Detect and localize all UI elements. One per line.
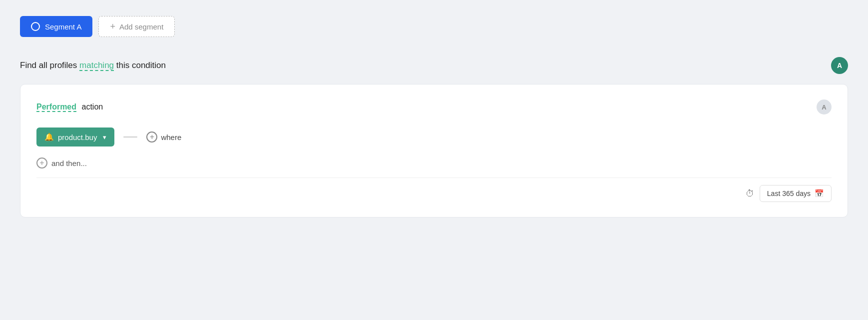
plus-icon: +: [110, 22, 115, 31]
action-row: 🔔 product.buy ▾ + where: [36, 128, 832, 146]
product-buy-label: product.buy: [58, 133, 97, 142]
condition-header-row: Find all profiles matching this conditio…: [20, 57, 848, 74]
action-text: action: [81, 102, 103, 111]
chevron-down-icon: ▾: [103, 134, 106, 141]
condition-header-text: Find all profiles matching this conditio…: [20, 60, 166, 70]
circle-icon: [31, 22, 40, 31]
card-avatar-label: A: [822, 104, 826, 111]
and-then-row: + and then...: [36, 158, 832, 168]
dash-separator: [123, 136, 137, 138]
where-label: where: [161, 133, 181, 142]
add-segment-label: Add segment: [119, 22, 163, 31]
segment-tabs: Segment A + Add segment: [20, 16, 848, 37]
plus-circle-icon: +: [146, 132, 157, 142]
last-days-label: Last 365 days: [767, 190, 811, 198]
page-container: Segment A + Add segment Find all profile…: [0, 0, 868, 234]
card-avatar: A: [817, 100, 832, 114]
condition-card: Performed action A 🔔 product.buy ▾ + whe…: [20, 84, 848, 218]
last-days-button[interactable]: Last 365 days 📅: [760, 185, 832, 202]
where-button[interactable]: + where: [146, 132, 181, 142]
calendar-icon: 📅: [815, 189, 824, 198]
performed-action-label: Performed action: [36, 102, 103, 112]
header-avatar-label: A: [837, 62, 842, 70]
product-buy-button[interactable]: 🔔 product.buy ▾: [36, 128, 114, 146]
segment-a-label: Segment A: [45, 22, 81, 31]
and-then-button[interactable]: + and then...: [36, 158, 87, 168]
and-then-label: and then...: [51, 159, 87, 168]
clock-icon: ⏱: [746, 188, 755, 199]
performed-label: Performed: [36, 102, 76, 112]
condition-suffix: this condition: [114, 60, 166, 70]
add-segment-button[interactable]: + Add segment: [98, 16, 175, 37]
condition-prefix: Find all profiles: [20, 60, 79, 70]
plus-circle-gray-icon: +: [36, 158, 47, 168]
matching-keyword: matching: [79, 60, 114, 71]
segment-a-tab[interactable]: Segment A: [20, 16, 92, 37]
condition-card-header: Performed action A: [36, 100, 832, 114]
card-footer: ⏱ Last 365 days 📅: [36, 178, 832, 202]
header-avatar: A: [831, 57, 848, 74]
bell-icon: 🔔: [44, 132, 54, 142]
